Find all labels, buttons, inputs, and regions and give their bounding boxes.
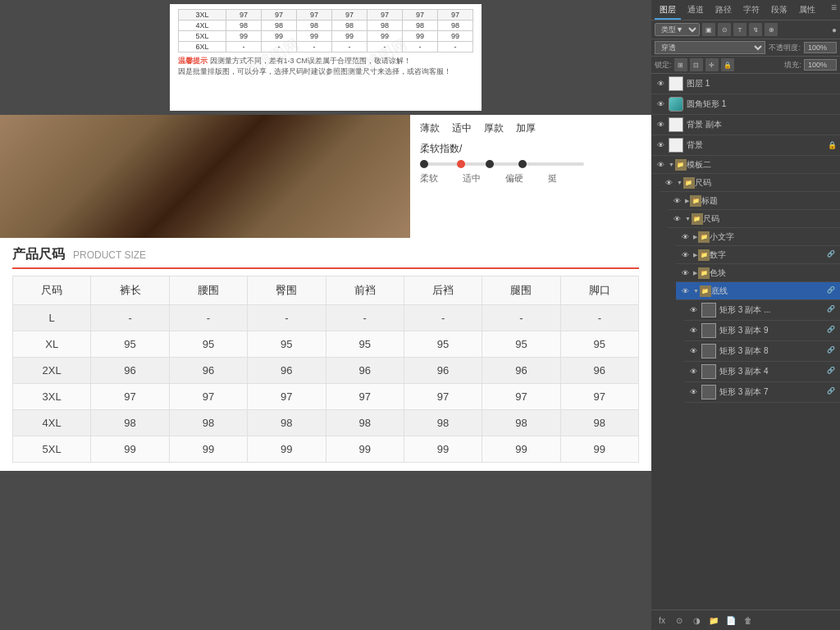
- table-row: 4XL 98 98 98 98 98 98 98: [179, 21, 473, 31]
- layer-item-size2-group[interactable]: 👁 ▼ 📁 尺码: [668, 210, 840, 228]
- new-group-button[interactable]: 📁: [706, 613, 721, 628]
- table-cell: 97: [226, 10, 262, 21]
- filter-icon-5[interactable]: ⊕: [765, 23, 778, 36]
- collapse-arrow[interactable]: ▼: [677, 180, 682, 185]
- layer-item-rounded-rect[interactable]: 👁 圆角矩形 1: [651, 94, 840, 115]
- table-cell: 98: [402, 21, 437, 31]
- layer-eye-icon[interactable]: 👁: [687, 366, 699, 377]
- new-layer-button[interactable]: 📄: [724, 613, 738, 628]
- table-row: 4XL 98 98 98 98 98 98 98: [13, 410, 639, 436]
- collapse-arrow[interactable]: ▼: [669, 162, 674, 167]
- cell-value: 96: [91, 358, 169, 384]
- lock-move-icon[interactable]: ✛: [705, 58, 719, 71]
- table-cell: 99: [262, 31, 297, 42]
- layer-eye-icon[interactable]: 👁: [671, 195, 682, 207]
- layer-item-rect-copy-dots[interactable]: 👁 矩形 3 副本 ... 🔗: [684, 300, 840, 321]
- cell-value: 97: [560, 384, 638, 410]
- filter-icon-1[interactable]: ▣: [702, 23, 715, 36]
- layer-eye-icon[interactable]: 👁: [655, 78, 666, 89]
- top-section: 参拽图网 参拽图网 3XL 97 97 97 97 97 97 97: [0, 0, 651, 115]
- table-cell: -: [368, 42, 403, 52]
- lock-paint-icon[interactable]: ⊡: [690, 58, 703, 71]
- layer-eye-icon[interactable]: 👁: [679, 249, 691, 261]
- collapse-arrow[interactable]: ▼: [685, 216, 691, 221]
- layer-eye-icon[interactable]: 👁: [687, 325, 699, 336]
- filter-icon-2[interactable]: ⊙: [718, 23, 731, 36]
- layer-item-title-group[interactable]: 👁 ▶ 📁 标题: [668, 192, 840, 210]
- layer-item-numbers[interactable]: 👁 ▶ 📁 数字 🔗: [676, 246, 840, 264]
- layer-eye-icon[interactable]: 👁: [687, 304, 699, 316]
- thickness-thin: 薄款: [420, 121, 440, 135]
- layer-item-size-group[interactable]: 👁 ▼ 📁 尺码: [660, 174, 840, 192]
- lock-all-icon[interactable]: 🔒: [721, 58, 734, 71]
- cell-value: -: [560, 305, 638, 331]
- cell-value: 95: [326, 331, 404, 358]
- cell-value: 98: [169, 410, 247, 436]
- filter-toggle[interactable]: ●: [832, 25, 837, 34]
- layer-eye-icon[interactable]: 👁: [655, 98, 666, 110]
- tab-layers[interactable]: 图层: [655, 2, 681, 20]
- size-table-top: 3XL 97 97 97 97 97 97 97 4XL 98 98 98: [178, 9, 473, 52]
- panel-menu-icon[interactable]: ≡: [831, 2, 837, 20]
- layer-eye-icon[interactable]: 👁: [687, 345, 699, 357]
- type-filter-select[interactable]: 类型▼: [655, 23, 700, 36]
- layer-item-rect-copy-8[interactable]: 👁 矩形 3 副本 8 🔗: [684, 341, 840, 362]
- collapse-arrow[interactable]: ▶: [693, 234, 697, 240]
- layer-item-color-blocks[interactable]: 👁 ▶ 📁 色块: [676, 264, 840, 282]
- fx-button[interactable]: fx: [655, 613, 669, 628]
- tab-properties[interactable]: 属性: [794, 2, 820, 20]
- layer-eye-icon[interactable]: 👁: [663, 177, 674, 189]
- fill-input[interactable]: [804, 59, 837, 71]
- layer-eye-icon[interactable]: 👁: [655, 159, 666, 171]
- cell-value: -: [91, 305, 169, 331]
- layer-eye-icon[interactable]: 👁: [687, 386, 699, 398]
- layer-item-template2-group[interactable]: 👁 ▼ 📁 模板二: [651, 156, 840, 174]
- layer-item-rect-copy-9[interactable]: 👁 矩形 3 副本 9 🔗: [684, 321, 840, 341]
- layers-panel: 图层 通道 路径 字符 段落 属性 ≡ 类型▼ ▣ ⊙ T ↯ ⊕ ● 穿透 不…: [651, 0, 840, 630]
- cell-value: 98: [248, 410, 326, 436]
- layer-item-small-text[interactable]: 👁 ▶ 📁 小文字: [676, 228, 840, 246]
- lock-position-icon[interactable]: ⊞: [674, 58, 687, 71]
- layer-thumbnail: [701, 344, 716, 358]
- layer-item-background[interactable]: 👁 背景 🔒: [651, 135, 840, 156]
- cell-value: 95: [404, 331, 482, 358]
- delete-layer-button[interactable]: 🗑: [741, 613, 756, 628]
- collapse-arrow[interactable]: ▶: [693, 270, 697, 276]
- collapse-arrow[interactable]: ▼: [693, 288, 699, 294]
- tab-paragraph[interactable]: 段落: [766, 2, 792, 20]
- layer-item-bg-copy[interactable]: 👁 背景 副本: [651, 115, 840, 135]
- layer-item-image1[interactable]: 👁 图层 1: [651, 74, 840, 94]
- link-icon: 🔗: [827, 305, 837, 315]
- opacity-input[interactable]: [804, 42, 837, 53]
- section-header: 产品尺码 PRODUCT SIZE: [12, 246, 639, 269]
- layer-item-rect-copy-7[interactable]: 👁 矩形 3 副本 7 🔗: [684, 382, 840, 403]
- collapse-arrow[interactable]: ▶: [693, 252, 697, 258]
- cell-value: 98: [482, 410, 560, 436]
- link-icon: 🔗: [827, 326, 837, 336]
- adjustment-button[interactable]: ◑: [689, 613, 704, 628]
- layer-name: 背景 副本: [687, 119, 837, 130]
- folder-icon: 📁: [690, 195, 701, 207]
- layers-filter-row: 类型▼ ▣ ⊙ T ↯ ⊕ ●: [651, 21, 840, 39]
- cell-size: L: [13, 305, 91, 331]
- tab-paths[interactable]: 路径: [710, 2, 737, 20]
- blend-mode-select[interactable]: 穿透: [655, 41, 765, 54]
- layer-eye-icon[interactable]: 👁: [671, 213, 682, 225]
- layer-item-bottom-line[interactable]: 👁 ▼ 📁 底线 🔗: [676, 282, 840, 300]
- filter-icon-3[interactable]: T: [733, 23, 746, 36]
- layer-eye-icon[interactable]: 👁: [679, 285, 691, 297]
- layer-item-rect-copy-4[interactable]: 👁 矩形 3 副本 4 🔗: [684, 362, 840, 382]
- layer-eye-icon[interactable]: 👁: [655, 119, 666, 130]
- layer-name: 矩形 3 副本 7: [719, 386, 827, 398]
- product-table: 尺码 裤长 腰围 臀围 前裆 后裆 腿围 脚口 L - - - - -: [12, 276, 639, 463]
- add-mask-button[interactable]: ⊙: [672, 613, 687, 628]
- layer-eye-icon[interactable]: 👁: [679, 267, 691, 279]
- layer-eye-icon[interactable]: 👁: [679, 231, 691, 243]
- tab-channels[interactable]: 通道: [682, 2, 709, 20]
- collapse-arrow[interactable]: ▶: [685, 198, 689, 204]
- cell-value: 97: [169, 384, 247, 410]
- filter-icon-4[interactable]: ↯: [749, 23, 762, 36]
- layer-name: 圆角矩形 1: [687, 98, 837, 110]
- tab-character[interactable]: 字符: [738, 2, 765, 20]
- layer-eye-icon[interactable]: 👁: [655, 139, 666, 151]
